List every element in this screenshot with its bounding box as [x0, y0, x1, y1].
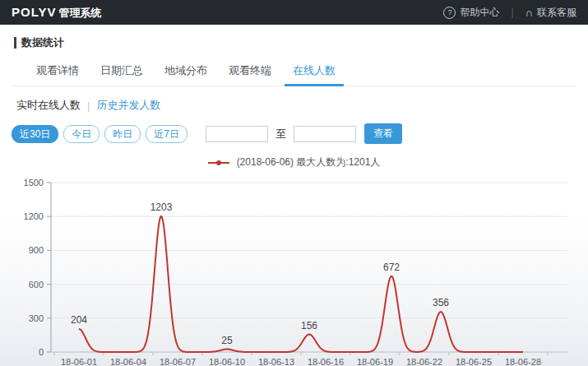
page-title: 数据统计 [21, 35, 64, 50]
point-label: 156 [301, 320, 317, 331]
chart-area: 03006009001200150018-06-0118-06-0418-06-… [0, 173, 588, 366]
date-range-to-label: 至 [275, 127, 286, 141]
x-axis-label: 18-06-19 [357, 357, 393, 366]
y-axis-label: 1500 [24, 178, 44, 188]
section-title-marker [14, 37, 16, 49]
contact-support-label: 联系客服 [537, 6, 576, 20]
main-content: 数据统计 观看详情 日期汇总 地域分布 观看终端 在线人数 实时在线人数 | 历… [0, 25, 588, 366]
brand-name: POLYV [12, 5, 56, 19]
x-axis-label: 18-06-10 [209, 357, 245, 366]
point-label: 204 [71, 314, 87, 326]
y-axis-label: 300 [29, 313, 44, 323]
y-axis-label: 1200 [24, 211, 44, 221]
help-icon: ? [443, 7, 456, 19]
tab-online-users[interactable]: 在线人数 [285, 58, 344, 86]
historical-concurrent-link[interactable]: 历史并发人数 [96, 98, 160, 113]
brand-suffix: 管理系统 [58, 6, 101, 21]
x-axis-label: 18-06-25 [456, 357, 492, 366]
x-axis-label: 18-06-28 [505, 357, 541, 366]
tab-viewing-details[interactable]: 观看详情 [28, 58, 87, 86]
legend-max-users-label: (2018-06-06) 最大人数为:1201人 [237, 155, 381, 169]
quick-range-yesterday-button[interactable]: 昨日 [104, 125, 141, 143]
online-users-chart: 03006009001200150018-06-0118-06-0418-06-… [0, 173, 588, 366]
x-axis-label: 18-06-04 [110, 357, 146, 366]
chart-legend: (2018-06-06) 最大人数为:1201人 [0, 155, 588, 169]
x-axis-label: 18-06-07 [160, 357, 196, 366]
x-axis-label: 18-06-13 [258, 357, 294, 366]
point-label: 672 [383, 262, 400, 273]
realtime-online-users-label: 实时在线人数 [16, 98, 81, 113]
y-axis-label: 900 [29, 245, 44, 255]
x-axis-label: 18-06-22 [406, 357, 442, 366]
help-center-link[interactable]: ? 帮助中心 [443, 6, 499, 20]
start-date-input[interactable] [206, 126, 268, 142]
point-label: 25 [221, 335, 233, 346]
y-axis-label: 0 [39, 347, 44, 357]
stats-tab-bar: 观看详情 日期汇总 地域分布 观看终端 在线人数 [12, 58, 576, 86]
y-axis-label: 600 [29, 280, 44, 290]
tab-viewing-terminal[interactable]: 观看终端 [220, 58, 280, 86]
view-button[interactable]: 查看 [364, 123, 402, 144]
legend-dot-icon [216, 160, 221, 165]
point-label: 1203 [150, 202, 173, 213]
section-title-row: 数据统计 [0, 25, 588, 58]
filter-bar: 近30日 今日 昨日 近7日 至 查看 [12, 123, 588, 144]
headset-icon: ∩ [525, 7, 533, 18]
help-center-label: 帮助中心 [460, 6, 499, 20]
subnav-separator: | [87, 100, 90, 112]
point-label: 356 [433, 297, 449, 308]
brand-logo[interactable]: POLYV 管理系统 [12, 5, 101, 21]
legend-line-marker [208, 162, 229, 164]
tab-region-distribution[interactable]: 地域分布 [156, 58, 215, 86]
end-date-input[interactable] [294, 126, 356, 142]
top-bar-links: ? 帮助中心 | ∩ 联系客服 [443, 6, 576, 20]
x-axis-label: 18-06-01 [61, 357, 97, 366]
quick-range-7days-button[interactable]: 近7日 [146, 125, 188, 143]
top-bar-divider: | [511, 7, 513, 18]
quick-range-30days-button[interactable]: 近30日 [12, 125, 58, 143]
x-axis-label: 18-06-16 [308, 357, 344, 366]
contact-support-link[interactable]: ∩ 联系客服 [525, 6, 576, 20]
top-bar: POLYV 管理系统 ? 帮助中心 | ∩ 联系客服 [0, 0, 588, 25]
tab-date-summary[interactable]: 日期汇总 [92, 58, 151, 86]
subnav: 实时在线人数 | 历史并发人数 [16, 98, 588, 113]
quick-range-today-button[interactable]: 今日 [63, 125, 100, 143]
